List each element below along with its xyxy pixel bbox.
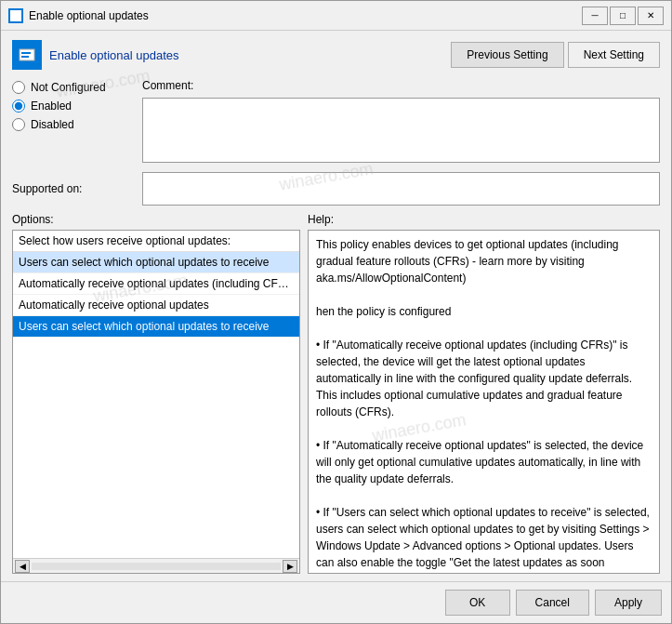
policy-icon-svg <box>18 46 36 64</box>
options-list[interactable]: Users can select which optional updates … <box>13 252 299 558</box>
settings-icon <box>9 9 22 22</box>
radio-enabled-label: Enabled <box>31 100 72 113</box>
supported-box <box>142 172 660 206</box>
svg-rect-3 <box>16 16 21 21</box>
title-bar-controls: ─ □ ✕ <box>582 7 664 25</box>
radio-comment-row: Not Configured Enabled Disabled Comment: <box>12 79 660 163</box>
comment-label: Comment: <box>142 79 660 92</box>
next-setting-button[interactable]: Next Setting <box>568 42 660 68</box>
scroll-left-button[interactable]: ◀ <box>15 560 30 573</box>
options-label: Options: <box>12 213 300 226</box>
close-button[interactable]: ✕ <box>638 7 664 25</box>
window-icon <box>8 8 23 23</box>
radio-not-configured-input[interactable] <box>12 81 25 94</box>
nav-buttons: Previous Setting Next Setting <box>451 42 660 68</box>
radio-not-configured-label: Not Configured <box>31 81 106 94</box>
comment-textarea[interactable] <box>142 98 660 163</box>
options-scrollbar[interactable]: ◀ ▶ <box>13 558 299 573</box>
ok-button[interactable]: OK <box>445 590 510 616</box>
apply-button[interactable]: Apply <box>595 590 662 616</box>
options-help-row: Options: Select how users receive option… <box>12 213 660 574</box>
options-panel: Select how users receive optional update… <box>12 230 300 574</box>
horizontal-scroll-track <box>32 563 281 570</box>
prev-setting-button[interactable]: Previous Setting <box>451 42 563 68</box>
svg-rect-2 <box>10 16 16 21</box>
supported-label: Supported on: <box>12 182 142 195</box>
comment-area: Comment: <box>142 79 660 163</box>
radio-disabled-label: Disabled <box>31 118 74 131</box>
main-window: Enable optional updates ─ □ ✕ Enable opt… <box>0 0 672 624</box>
minimize-button[interactable]: ─ <box>582 7 608 25</box>
radio-group: Not Configured Enabled Disabled <box>12 81 142 163</box>
cancel-button[interactable]: Cancel <box>516 590 589 616</box>
supported-textarea[interactable] <box>147 175 655 203</box>
policy-icon <box>12 40 42 70</box>
svg-rect-0 <box>10 10 16 16</box>
radio-disabled-input[interactable] <box>12 118 25 131</box>
maximize-button[interactable]: □ <box>610 7 636 25</box>
help-label: Help: <box>308 213 660 226</box>
scroll-right-button[interactable]: ▶ <box>283 560 297 573</box>
options-item-4[interactable]: Users can select which optional updates … <box>13 316 299 338</box>
options-item-1[interactable]: Users can select which optional updates … <box>13 252 299 273</box>
svg-rect-6 <box>21 56 29 58</box>
window-title: Enable optional updates <box>29 9 582 22</box>
title-bar: Enable optional updates ─ □ ✕ <box>1 1 671 31</box>
svg-rect-4 <box>20 49 34 60</box>
supported-row: Supported on: <box>12 172 660 206</box>
svg-rect-1 <box>16 10 21 16</box>
help-column: Help: This policy enables devices to get… <box>308 213 660 574</box>
options-header: Select how users receive optional update… <box>13 231 299 252</box>
policy-title: Enable optional updates <box>49 48 451 62</box>
radio-enabled-input[interactable] <box>12 100 25 113</box>
help-text: This policy enables devices to get optio… <box>316 238 652 569</box>
options-item-2[interactable]: Automatically receive optional updates (… <box>13 273 299 295</box>
svg-rect-5 <box>21 52 31 54</box>
radio-disabled[interactable]: Disabled <box>12 118 142 131</box>
options-item-3[interactable]: Automatically receive optional updates <box>13 295 299 316</box>
radio-enabled[interactable]: Enabled <box>12 100 142 113</box>
options-column: Options: Select how users receive option… <box>12 213 300 574</box>
help-panel[interactable]: This policy enables devices to get optio… <box>308 230 660 574</box>
content-area: Enable optional updates Previous Setting… <box>1 31 671 581</box>
radio-not-configured[interactable]: Not Configured <box>12 81 142 94</box>
bottom-bar: OK Cancel Apply <box>1 581 671 623</box>
header-row: Enable optional updates Previous Setting… <box>12 40 660 70</box>
